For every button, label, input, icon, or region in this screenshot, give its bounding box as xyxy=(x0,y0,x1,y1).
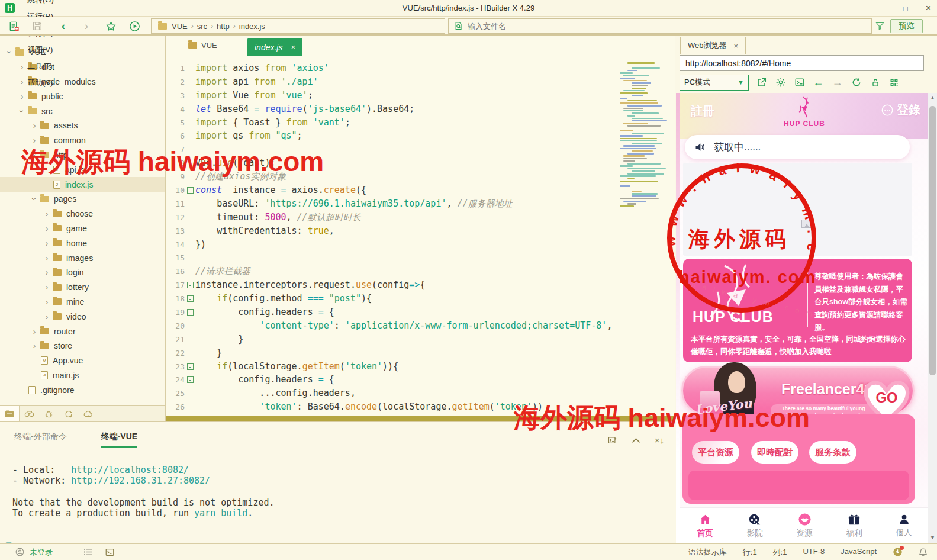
tree-item-main.js[interactable]: Jmain.js xyxy=(0,368,165,383)
run-button[interactable] xyxy=(128,20,141,33)
forward-button[interactable]: › xyxy=(80,20,93,33)
gear-icon[interactable] xyxy=(774,76,787,89)
tab-close-icon[interactable]: × xyxy=(734,41,739,50)
tree-item-video[interactable]: ›video xyxy=(0,309,165,324)
nav-item-gift[interactable]: 福利 xyxy=(829,508,879,543)
fold-icon[interactable]: - xyxy=(187,187,194,194)
tree-item-login[interactable]: ›login xyxy=(0,265,165,280)
code-line-15[interactable]: 15 xyxy=(166,251,675,265)
horizontal-scrollbar[interactable] xyxy=(166,416,675,421)
tree-item-.gitignore[interactable]: .gitignore xyxy=(0,382,165,397)
chevron-icon[interactable]: › xyxy=(30,341,38,350)
register-link[interactable]: 註冊 xyxy=(691,103,714,119)
code-line-7[interactable]: 7 xyxy=(166,143,675,156)
pill-button-2[interactable]: 服务条款 xyxy=(809,441,856,464)
url-input[interactable] xyxy=(680,56,923,70)
banner-image-placeholder[interactable] xyxy=(683,163,912,256)
chevron-icon[interactable]: › xyxy=(43,209,51,218)
status-item-1[interactable]: 列:1 xyxy=(773,547,787,558)
files-tab-icon[interactable] xyxy=(0,406,20,421)
status-item-JavaScript[interactable]: JavaScript xyxy=(841,547,877,558)
terminal-tab-1[interactable]: 终端-VUE xyxy=(101,432,137,448)
favorite-star-icon[interactable] xyxy=(104,20,117,33)
chevron-icon[interactable]: › xyxy=(30,121,38,130)
terminal-output[interactable]: - Local: http://localhost:8082/- Network… xyxy=(12,465,275,519)
preview-scrollbar[interactable]: ▲ ▼ xyxy=(928,93,937,543)
device-mode-select[interactable]: PC模式▼ xyxy=(680,75,749,91)
menu-T[interactable]: 工具(T) xyxy=(21,58,60,75)
chevron-icon[interactable]: › xyxy=(30,151,39,159)
code-line-2[interactable]: 2import api from './api' xyxy=(166,75,675,89)
breadcrumb-item-src[interactable]: src xyxy=(197,22,207,31)
chevron-icon[interactable]: › xyxy=(43,239,51,248)
menu-V[interactable]: 视图(V) xyxy=(21,41,60,58)
outline-list-icon[interactable] xyxy=(83,548,92,556)
tree-item-App.vue[interactable]: VApp.vue xyxy=(0,353,165,368)
breadcrumb[interactable]: VUE›src›http›index.js xyxy=(151,18,445,34)
filter-funnel-icon[interactable] xyxy=(875,21,885,31)
pill-button-0[interactable]: 平台资源 xyxy=(692,441,739,464)
chevron-icon[interactable]: › xyxy=(43,297,51,307)
code-line-25[interactable]: 25 ...config.headers, xyxy=(166,387,675,400)
tree-item-game[interactable]: ›game xyxy=(0,221,165,236)
tree-item-choose[interactable]: ›choose xyxy=(0,207,165,221)
tree-item-lottery[interactable]: ›lottery xyxy=(0,280,165,295)
announcement-bar[interactable]: 获取中...... xyxy=(685,135,910,159)
code-line-22[interactable]: 22 } xyxy=(166,346,675,360)
address-bar[interactable] xyxy=(680,55,924,71)
code-line-17[interactable]: 17-instance.interceptors.request.use(con… xyxy=(166,278,675,292)
tree-item-store[interactable]: ›store xyxy=(0,339,165,353)
code-line-18[interactable]: 18- if(config.method === "post"){ xyxy=(166,292,675,305)
console-icon[interactable] xyxy=(793,76,806,89)
code-line-6[interactable]: 6import qs from "qs"; xyxy=(166,129,675,143)
scroll-up-icon[interactable]: ▲ xyxy=(930,93,935,102)
code-line-20[interactable]: 20 'content-type': 'application/x-www-fo… xyxy=(166,319,675,333)
status-item-1[interactable]: 行:1 xyxy=(743,547,757,558)
browser-forward-icon[interactable]: → xyxy=(831,76,843,89)
fold-icon[interactable]: - xyxy=(187,282,194,288)
code-line-13[interactable]: 13 withCredentials: true, xyxy=(166,224,675,238)
close-panel-icon[interactable]: ×↓ xyxy=(655,435,664,445)
code-line-3[interactable]: 3import Vue from 'vue'; xyxy=(166,89,675,102)
scroll-down-icon[interactable]: ▼ xyxy=(930,533,935,542)
code-line-21[interactable]: 21 } xyxy=(166,333,675,346)
tab-index-js[interactable]: index.js × xyxy=(247,38,302,56)
tree-item-home[interactable]: ›home xyxy=(0,236,165,250)
login-link[interactable]: 登錄 xyxy=(881,102,920,118)
chevron-icon[interactable]: › xyxy=(43,312,51,321)
debug-bug-icon[interactable] xyxy=(39,406,59,421)
status-item-UTF8[interactable]: UTF-8 xyxy=(803,547,825,558)
terminal-toggle-icon[interactable] xyxy=(105,548,114,556)
fold-icon[interactable]: - xyxy=(187,376,194,383)
tree-item-mine[interactable]: ›mine xyxy=(0,295,165,310)
file-search-box[interactable] xyxy=(448,18,872,34)
nav-item-person[interactable]: 個人 xyxy=(879,508,929,543)
code-area[interactable]: 1import axios from 'axios'2import api fr… xyxy=(166,56,675,416)
breadcrumb-item-index.js[interactable]: index.js xyxy=(239,22,265,31)
code-line-5[interactable]: 5import { Toast } from 'vant'; xyxy=(166,116,675,130)
browser-back-icon[interactable]: ← xyxy=(812,76,825,89)
nav-item-lips[interactable]: 资源 xyxy=(780,508,829,543)
lock-icon[interactable] xyxy=(869,76,881,89)
menu-Y[interactable]: 帮助(Y) xyxy=(21,75,60,91)
chevron-icon[interactable]: › xyxy=(18,92,26,101)
fold-icon[interactable]: - xyxy=(187,363,194,370)
tree-item-pages[interactable]: ›pages xyxy=(0,192,165,207)
terminal-tab-0[interactable]: 终端-外部命令 xyxy=(14,432,67,448)
tree-item-api.js[interactable]: Japi.js xyxy=(0,162,165,177)
pill-button-1[interactable]: 即時配對 xyxy=(751,441,798,464)
back-button[interactable]: ‹ xyxy=(57,20,70,33)
code-line-19[interactable]: 19- config.headers = { xyxy=(166,305,675,319)
close-button[interactable]: × xyxy=(926,3,931,14)
tree-item-images[interactable]: ›images xyxy=(0,250,165,265)
history-refresh-icon[interactable] xyxy=(59,406,78,421)
tree-item-router[interactable]: ›router xyxy=(0,324,165,339)
minimize-button[interactable]: — xyxy=(878,4,886,13)
tab-web-browser[interactable]: Web浏览器 × xyxy=(680,37,746,54)
search-input[interactable] xyxy=(468,22,823,31)
chevron-icon[interactable]: › xyxy=(43,268,51,277)
update-download-icon[interactable] xyxy=(893,547,903,557)
nav-item-home[interactable]: 首页 xyxy=(680,508,730,543)
breadcrumb-item-VUE[interactable]: VUE xyxy=(172,22,188,31)
notification-bell-icon[interactable] xyxy=(919,548,928,557)
